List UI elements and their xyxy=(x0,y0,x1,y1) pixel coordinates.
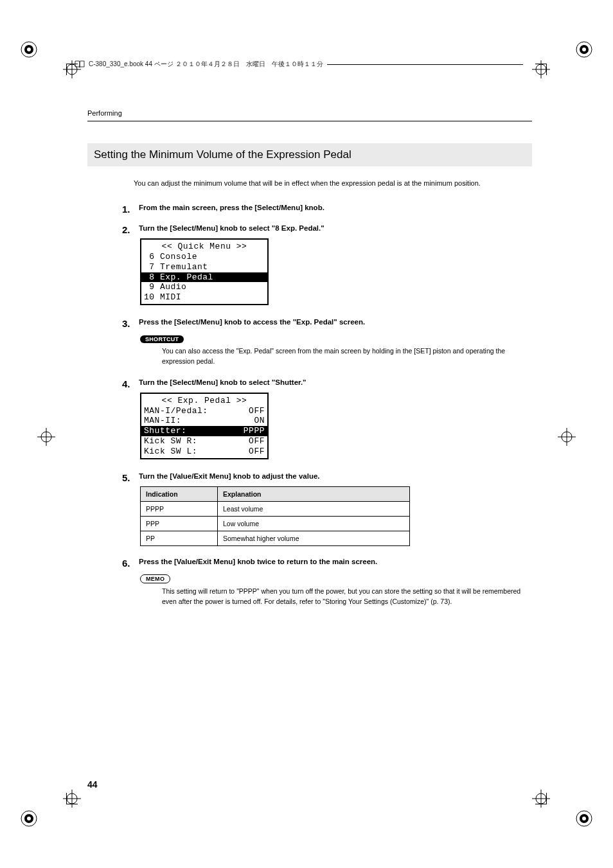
registration-mark-icon xyxy=(17,806,41,831)
lcd-exp-pedal: << Exp. Pedal >>MAN-I/Pedal:OFFMAN-II:ON… xyxy=(140,393,269,459)
section-title: Setting the Minimum Volume of the Expres… xyxy=(87,143,532,166)
lcd-row: Shutter:PPPP xyxy=(141,426,267,436)
step-number: 3. xyxy=(122,318,132,367)
lcd-row: Kick SW R:OFF xyxy=(141,436,267,447)
table-row: PPSomewhat higher volume xyxy=(141,531,410,545)
lcd-title: << Exp. Pedal >> xyxy=(141,396,267,406)
step-text: Turn the [Value/Exit Menu] knob to adjus… xyxy=(139,472,532,480)
lcd-row: MAN-II:ON xyxy=(141,416,267,426)
svg-point-2 xyxy=(27,48,31,51)
lcd-quick-menu: << Quick Menu >> 6 Console 7 Tremulant 8… xyxy=(140,238,269,305)
value-table: Indication Explanation PPPPLeast volumeP… xyxy=(140,486,410,546)
step-text: Press the [Value/Exit Menu] knob twice t… xyxy=(139,558,532,565)
lcd-row: MAN-I/Pedal:OFF xyxy=(141,406,267,416)
registration-mark-icon xyxy=(572,37,596,62)
step-1: 1. From the main screen, press the [Sele… xyxy=(122,204,532,218)
lcd-row: 7 Tremulant xyxy=(141,262,267,272)
step-number: 2. xyxy=(122,224,132,309)
step-3: 3. Press the [Select/Menu] knob to acces… xyxy=(122,318,532,367)
step-4: 4. Turn the [Select/Menu] knob to select… xyxy=(122,378,532,463)
step-number: 1. xyxy=(122,204,132,218)
shortcut-label: SHORTCUT xyxy=(140,335,184,343)
lcd-title: << Quick Menu >> xyxy=(141,242,267,252)
table-cell: Low volume xyxy=(218,516,410,531)
step-text: Press the [Select/Menu] knob to access t… xyxy=(139,318,532,326)
table-cell: Somewhat higher volume xyxy=(218,531,410,545)
crosshair-icon xyxy=(532,790,550,808)
running-head: Performing xyxy=(87,109,532,117)
divider xyxy=(87,121,532,121)
crosshair-icon xyxy=(63,790,81,808)
table-row: PPPLow volume xyxy=(141,516,410,531)
step-text: Turn the [Select/Menu] knob to select "S… xyxy=(139,378,532,386)
lcd-row: 9 Audio xyxy=(141,282,267,292)
step-number: 5. xyxy=(122,472,132,546)
shortcut-text: You can also access the "Exp. Pedal" scr… xyxy=(162,346,532,367)
crosshair-icon xyxy=(532,60,550,78)
table-header-indication: Indication xyxy=(141,486,218,501)
step-2: 2. Turn the [Select/Menu] knob to select… xyxy=(122,224,532,309)
table-cell: PP xyxy=(141,531,218,545)
imposition-header: C-380_330_e.book 44 ページ ２０１０年４月２８日 水曜日 午… xyxy=(75,60,523,69)
table-cell: Least volume xyxy=(218,501,410,516)
step-text: From the main screen, press the [Select/… xyxy=(139,204,532,211)
registration-mark-icon xyxy=(17,37,41,62)
step-6: 6. Press the [Value/Exit Menu] knob twic… xyxy=(122,558,532,607)
crosshair-icon xyxy=(37,428,55,446)
lcd-row: 10 MIDI xyxy=(141,292,267,303)
table-cell: PPPP xyxy=(141,501,218,516)
page-number: 44 xyxy=(87,779,98,790)
table-cell: PPP xyxy=(141,516,218,531)
crosshair-icon xyxy=(558,428,576,446)
memo-text: This setting will return to "PPPP" when … xyxy=(162,586,532,607)
lcd-row: 6 Console xyxy=(141,252,267,262)
lcd-row: 8 Exp. Pedal xyxy=(141,272,267,283)
svg-point-8 xyxy=(27,817,31,820)
intro-text: You can adjust the minimum volume that w… xyxy=(134,179,532,187)
step-5: 5. Turn the [Value/Exit Menu] knob to ad… xyxy=(122,472,532,546)
book-icon xyxy=(75,60,85,68)
step-text: Turn the [Select/Menu] knob to select "8… xyxy=(139,224,532,232)
step-number: 6. xyxy=(122,558,132,607)
lcd-row: Kick SW L:OFF xyxy=(141,447,267,457)
svg-point-11 xyxy=(582,817,586,820)
registration-mark-icon xyxy=(572,806,596,831)
memo-label: MEMO xyxy=(140,574,170,583)
table-header-explanation: Explanation xyxy=(218,486,410,501)
table-row: PPPPLeast volume xyxy=(141,501,410,516)
imposition-text: C-380_330_e.book 44 ページ ２０１０年４月２８日 水曜日 午… xyxy=(89,60,323,69)
svg-point-5 xyxy=(582,48,586,51)
step-number: 4. xyxy=(122,378,132,463)
